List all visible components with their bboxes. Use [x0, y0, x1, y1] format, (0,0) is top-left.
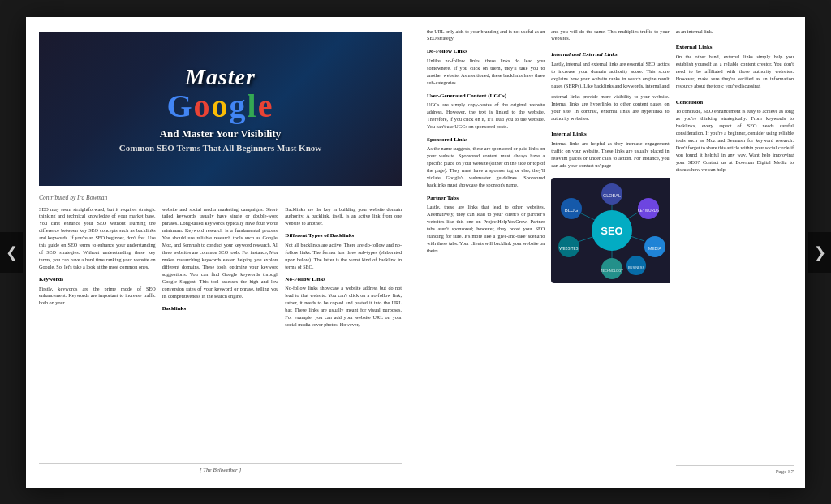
right-col2-body1: and you will do the same. This multiplie…: [551, 28, 669, 43]
right-col1-sponsored-body: As the name suggests, these are sponsore…: [427, 145, 545, 189]
hero-master-text: Master: [185, 64, 256, 90]
left-columns: SEO may seem straightforward, but it req…: [39, 206, 402, 460]
svg-text:KEYWORDS: KEYWORDS: [638, 209, 659, 213]
magazine-spread: Master Google And Master Your Visibility…: [26, 17, 805, 488]
svg-text:BLOG: BLOG: [565, 208, 579, 213]
seo-diagram-image: SEO GLOBAL KEYWORDS MEDIA BLOG WEBSITES: [551, 178, 669, 283]
hero-subtitle-text: And Master Your Visibility: [160, 127, 282, 140]
author-line: Contributed by Ira Bowman: [39, 194, 402, 201]
left-col-1: SEO may seem straightforward, but it req…: [39, 206, 156, 460]
right-col1-ugc-title: User-Generated Content (UGCs): [427, 92, 545, 100]
right-col1-sponsored-title: Sponsored Links: [427, 136, 545, 144]
right-col1-body1: the URL only aids to your branding and i…: [427, 28, 545, 43]
right-col1-dofollow-body: Unlike no-follow links, these links do l…: [427, 58, 545, 87]
right-col3-conclusion-title: Conclusion: [676, 98, 794, 106]
hero-image: Master Google And Master Your Visibility…: [39, 32, 402, 186]
left-page: Master Google And Master Your Visibility…: [26, 17, 416, 488]
right-page: the URL only aids to your branding and i…: [416, 17, 805, 488]
svg-text:GLOBAL: GLOBAL: [603, 193, 621, 198]
right-col3-external-body: On the other hand, external links simply…: [676, 54, 794, 90]
left-arrow-icon: ❮: [6, 243, 18, 261]
svg-text:MEDIA: MEDIA: [648, 246, 662, 251]
left-col1-body: SEO may seem straightforward, but it req…: [39, 206, 156, 272]
left-col3-nofollow-title: No-Follow Links: [285, 275, 402, 283]
right-col3-conclusion-body: To conclude, SEO enhancement is easy to …: [676, 108, 794, 174]
right-col-2: and you will do the same. This multiplie…: [551, 28, 669, 476]
right-col1-partner-body: Lastly, these are links that lead to oth…: [427, 204, 545, 255]
right-col-3: as an internal link. External Links On t…: [676, 28, 794, 476]
left-col-3: Backlinks are the key in building your w…: [285, 206, 402, 460]
hero-tagline-text: Common SEO Terms That All Beginners Must…: [119, 143, 321, 153]
right-col2-int-ext-body: Lastly, internal and external links are …: [551, 61, 669, 90]
right-col2-body2: external links provide more visibility t…: [551, 93, 669, 123]
right-col2-int-ext-title: Internal and External Links: [551, 50, 669, 58]
left-col1-keywords-title: Keywords: [39, 275, 156, 283]
left-col2-body: website and social media marketing campa…: [162, 206, 279, 301]
svg-text:TECHNOLOGY: TECHNOLOGY: [601, 269, 623, 273]
page-number: Page 87: [676, 465, 794, 476]
page-footer: [ The Bellwether ]: [39, 463, 402, 473]
svg-text:SEO: SEO: [601, 225, 623, 237]
left-col3-types-body: Not all backlinks are active. There are …: [285, 242, 402, 271]
next-page-button[interactable]: ❯: [808, 232, 831, 273]
right-arrow-icon: ❯: [814, 243, 826, 261]
right-col1-ugc-body: UGCs are simply copy-pastes of the origi…: [427, 101, 545, 131]
viewer-container: ❮ Master Google And Master Your Visibili…: [0, 0, 831, 504]
left-col3-nofollow-body: No-follow links showcase a website addre…: [285, 285, 402, 329]
left-col3-body: Backlinks are the key in building your w…: [285, 206, 402, 228]
left-col3-types-title: Different Types of Backlinks: [285, 231, 402, 239]
right-col-1: the URL only aids to your branding and i…: [427, 28, 545, 476]
right-col2-internal-title: Internal Links: [551, 130, 669, 138]
right-col3-external-title: External Links: [676, 43, 794, 51]
left-col1-keywords-body: Firstly, keywords are the prime mode of …: [39, 286, 156, 308]
right-col1-dofollow-title: Do-Follow Links: [427, 47, 545, 55]
prev-page-button[interactable]: ❮: [0, 232, 23, 273]
svg-text:WEBSITES: WEBSITES: [560, 247, 579, 251]
svg-text:BUSINESS: BUSINESS: [628, 265, 645, 269]
hero-google-text: Google: [166, 90, 273, 123]
left-col2-backlinks-title: Backlinks: [162, 304, 279, 312]
left-col-2: website and social media marketing campa…: [162, 206, 279, 460]
right-col1-partner-title: Partner Tabs: [427, 194, 545, 202]
right-col2-internal-body: Internal links are helpful as they incre…: [551, 140, 669, 170]
right-col3-body1: as an internal link.: [676, 28, 794, 36]
